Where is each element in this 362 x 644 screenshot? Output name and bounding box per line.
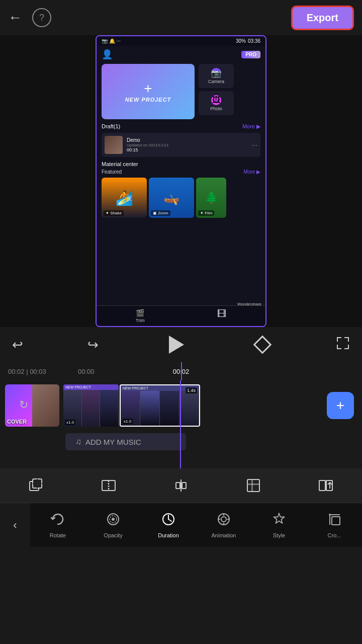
clip-block-1[interactable]: NEW PROJECT x1.0 [63,384,119,427]
diamond-icon [253,336,272,354]
undo-button[interactable]: ↩ [12,337,23,353]
time-start: 00:00 [78,368,95,375]
replace-icon [317,476,335,495]
replace-button[interactable] [317,476,335,495]
back-button[interactable]: ← [8,10,22,26]
animation-label: Animation [212,532,236,538]
svg-rect-5 [337,345,338,349]
featured-item-shake[interactable]: 🏄 ✦ Shake [102,178,147,218]
draft-item[interactable]: Demo Updated on 2021/11/11 00:15 ··· [102,133,260,157]
clip-2-title: NEW PROJECT [123,386,148,390]
split-icon [100,476,118,495]
fullscreen-button[interactable] [336,336,350,353]
align-button[interactable] [172,476,190,495]
clip-2-speed: x1.0 [122,419,133,424]
timeline-ruler: 00:02 | 00:03 00:00 00:02 [0,362,362,380]
phone-top-row: 👤 PRO [102,49,260,60]
draft-title: Draft(1) [102,123,120,130]
style-icon [272,512,287,530]
add-music-button[interactable]: ♫ ADD MY MUSIC [65,433,186,450]
style-label: Style [273,532,285,538]
play-button[interactable] [162,332,189,358]
svg-marker-35 [274,513,285,523]
pro-badge: PRO [241,51,260,58]
help-button[interactable]: ? [32,8,51,27]
draft-date: Updated on 2021/11/11 [127,143,247,147]
ruler-line [181,362,182,380]
play-icon [169,336,184,354]
camera-icon: 📷 [211,68,221,78]
svg-rect-3 [348,337,349,342]
cover-clip[interactable]: ↻ COVER [5,384,59,427]
draft-options[interactable]: ··· [251,141,257,149]
music-note-icon: ♫ [75,437,81,446]
draft-info: Demo Updated on 2021/11/11 00:15 [127,137,247,152]
featured-grid: 🏄 ✦ Shake 🛶 ▣ Zoom 🌲 ✦ Film [102,178,260,218]
nav-item-crop[interactable]: Cro... [307,512,362,538]
duration-label: Duration [158,532,179,538]
material-section: Material center Featured More ▶ 🏄 ✦ Shak… [102,161,260,218]
opacity-label: Opacity [104,532,122,538]
crop-icon [327,512,342,530]
duration-icon [161,512,176,530]
draft-section: Draft(1) More ▶ Demo Updated on 2021/11/… [102,123,260,157]
crop-handle-icon [244,476,262,495]
new-project-card[interactable]: + NEW PROJECT [102,64,195,119]
draft-more[interactable]: More ▶ [242,123,260,130]
filmora-logo: 🎞 [217,309,226,323]
draft-header: Draft(1) More ▶ [102,123,260,130]
nav-item-opacity[interactable]: Opacity [85,512,141,538]
main-action-row: + NEW PROJECT 📷 Camera 🖼 Photo [102,64,260,119]
clip-2-thumb-3 [160,391,179,426]
new-project-label: NEW PROJECT [125,97,171,103]
status-time: 03:36 [248,38,260,44]
svg-rect-20 [319,480,325,491]
track-area[interactable]: ↻ COVER NEW PROJECT x1.0 1.4s [0,380,362,468]
photo-label: Photo [210,106,222,111]
clip-1-title: NEW PROJECT [65,385,91,389]
clip-block-2[interactable]: 1.4s NEW PROJECT x1.0 [120,384,200,427]
trim-button[interactable]: 🎬 Trim [136,309,145,323]
cover-thumb-2 [32,384,59,427]
preview-area: 📷 🔔 ··· 30% 03:36 👤 PRO + NEW PROJECT [0,35,362,327]
svg-rect-14 [176,482,180,489]
clip-2-thumb-4 [179,391,199,426]
svg-point-25 [112,518,115,521]
nav-item-duration[interactable]: Duration [141,512,196,538]
status-left-icons: 📷 🔔 ··· [102,38,121,44]
split-button[interactable] [100,476,118,495]
animation-icon [216,512,231,530]
draft-name: Demo [127,137,247,143]
side-buttons: 📷 Camera 🖼 Photo [199,64,234,115]
main-track-row: ↻ COVER NEW PROJECT x1.0 1.4s [0,380,362,431]
phone-bottom-bar: 🎬 Trim 🎞 [97,305,265,326]
clip-1-thumb-2 [82,390,101,427]
svg-line-28 [168,519,171,521]
time-total: 00:02 | 00:03 [0,368,55,375]
svg-rect-1 [337,337,338,342]
duplicate-button[interactable] [27,476,45,495]
keyframe-button[interactable] [253,335,272,354]
status-battery: 30% [236,38,246,44]
refresh-icon: ↻ [19,398,28,412]
film-label: ✦ Film [198,210,214,216]
redo-button[interactable]: ↪ [87,337,99,353]
add-clip-button[interactable]: + [327,392,354,419]
featured-title: Featured [102,169,122,175]
controls-bar: ↩ ↪ [0,327,362,362]
back-nav-button[interactable]: ‹ [0,503,30,547]
draft-time: 00:15 [127,147,247,152]
nav-item-style[interactable]: Style [251,512,307,538]
nav-item-animation[interactable]: Animation [196,512,251,538]
svg-rect-18 [251,479,253,492]
camera-button[interactable]: 📷 Camera [199,64,234,88]
export-button[interactable]: Export [291,6,354,30]
featured-item-film[interactable]: 🌲 ✦ Film [196,178,226,218]
duplicate-icon [27,476,45,495]
featured-item-zoom[interactable]: 🛶 ▣ Zoom [149,178,194,218]
photo-button[interactable]: 🖼 Photo [199,91,234,115]
featured-more[interactable]: More ▶ [243,169,260,175]
nav-item-rotate[interactable]: Rotate [30,512,85,538]
svg-rect-38 [332,517,340,525]
crop-handle-button[interactable] [244,476,262,495]
